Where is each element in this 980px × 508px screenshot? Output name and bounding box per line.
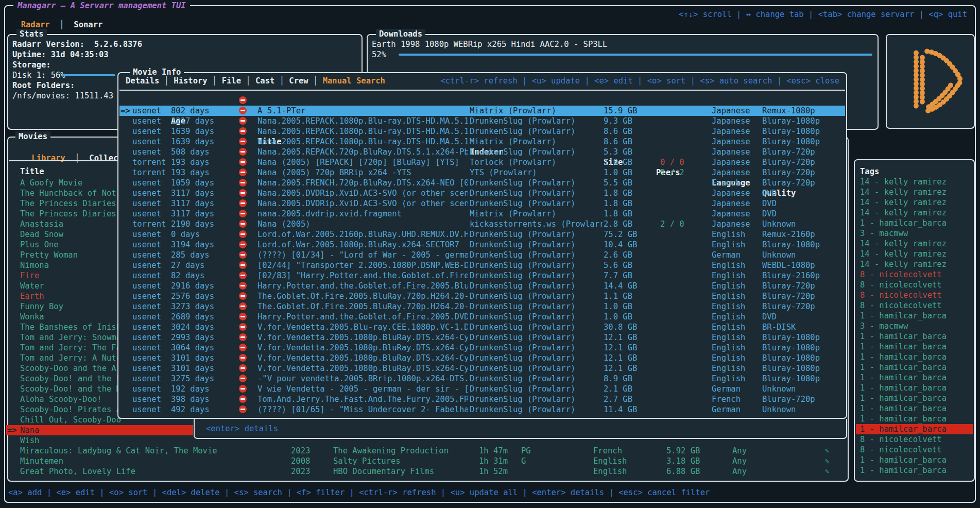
tag-label: 3 - macmww [860, 228, 908, 239]
search-result-row[interactable]: usenet3275 days-"V pour vendetta.2005.BR… [118, 374, 846, 384]
cell-source: usenet [132, 301, 161, 312]
modal-tab-manual-search[interactable]: Manual Search [323, 76, 385, 86]
movie-list-item[interactable]: Miraculous: Ladybug & Cat Noir, The Movi… [8, 446, 848, 456]
movies-tab-library[interactable]: Library [31, 154, 65, 163]
search-result-row[interactable]: usenet2576 daysThe.Goblet.Of.Fire.2005.B… [118, 291, 846, 301]
tag-list-item[interactable]: 14 - kelly ramirez [855, 187, 974, 197]
tag-list-item[interactable]: 14 - kelly ramirez [855, 239, 974, 249]
tag-list-item[interactable]: 1 - hamilcar_barca [855, 362, 974, 372]
tag-list-item[interactable]: 14 - kelly ramirez [855, 197, 974, 208]
movie-studio: The Awakening Production [333, 446, 449, 456]
cell-source: usenet [132, 188, 161, 198]
tag-label: 1 - hamilcar_barca [860, 311, 947, 321]
movies-column-header[interactable]: Title [20, 166, 44, 177]
search-result-row[interactable]: usenet82 days[02/83] "Harry.Potter.and.t… [118, 270, 846, 281]
cell-size: 7.7 GB [604, 270, 632, 281]
tag-list-item[interactable]: 1 - hamilcar_barca [855, 403, 974, 414]
tag-label: 1 - hamilcar_barca [860, 424, 947, 434]
tag-list-item[interactable]: 3 - macmww [855, 321, 974, 331]
tab-sonarr[interactable]: Sonarr [74, 20, 102, 29]
tag-list-item[interactable]: 8 - nicolecolvett [855, 280, 974, 290]
search-result-row[interactable]: torrent193 daysNana (2005) [REPACK] [720… [118, 157, 846, 167]
tag-list-item[interactable]: 14 - kelly ramirez [855, 249, 974, 259]
tag-list-item[interactable]: 1 - hamilcar_barca [855, 393, 974, 403]
search-result-row[interactable]: usenet1059 daysNana.2005.FRENCH.720p.Blu… [118, 178, 846, 188]
cell-age: 3064 days [171, 343, 214, 353]
modal-tab-cast[interactable]: Cast [255, 76, 274, 86]
tag-list-item[interactable]: 1 - hamilcar_barca [855, 342, 974, 352]
search-result-row[interactable]: usenet0 daysLord.of.War.2005.2160p.BluRa… [118, 229, 846, 240]
search-result-row[interactable]: usenet285 days(????) [01/34] - "Lord of … [118, 250, 846, 260]
tag-list-item[interactable]: 14 - kelly ramirez [855, 208, 974, 218]
tag-list-item[interactable]: 1 - hamilcar_barca [855, 383, 974, 393]
column-header-rejected-icon[interactable] [239, 96, 247, 104]
search-result-row[interactable]: usenet398 daysTom.And.Jerry.The.Fast.And… [118, 394, 846, 404]
tag-list-item[interactable]: 1 - hamilcar_barca [855, 218, 974, 228]
search-result-row[interactable]: =>usenet802 daysA 5.1-PTerMiatrix (Prowl… [118, 106, 846, 116]
tag-list-item[interactable]: 8 - nicolecolvett [855, 445, 974, 455]
tag-list-item[interactable]: 14 - kelly ramirez [855, 177, 974, 187]
tag-list-item[interactable]: 1 - hamilcar_barca [855, 424, 974, 434]
search-result-row[interactable]: usenet3101 daysV.for.Vendetta.2005.1080p… [118, 353, 846, 363]
tag-list-item[interactable]: 1 - hamilcar_barca [855, 414, 974, 424]
rejected-icon [239, 261, 247, 269]
search-result-row[interactable]: usenet2916 daysHarry.Potter.and.the.Gobl… [118, 281, 846, 291]
search-result-row[interactable]: usenet3194 daysLord.of.War.2005.1080p.Bl… [118, 240, 846, 250]
tag-list-item[interactable]: 1 - hamilcar_barca [855, 311, 974, 321]
tag-list-item[interactable]: 1 - hamilcar_barca [855, 352, 974, 362]
tag-label: 1 - hamilcar_barca [860, 455, 947, 465]
modal-tab-file[interactable]: File [222, 76, 241, 86]
search-result-row[interactable]: usenet3117 daysNana.2005.DVDRip.XviD.AC3… [118, 198, 846, 209]
tag-list-item[interactable]: 8 - nicolecolvett [855, 269, 974, 280]
search-result-row[interactable]: usenet3117 daysNana.2005.DVDRip.XviD.AC3… [118, 188, 846, 198]
cell-age: 193 days [171, 167, 210, 178]
cell-language: Japanese [712, 116, 750, 126]
movie-list-item[interactable]: Minutemen2008Salty Pictures1h 31mGEnglis… [8, 456, 848, 466]
tag-list-item[interactable]: 1 - hamilcar_barca [855, 465, 974, 476]
movie-title: Scooby-Doo and the Al [20, 363, 121, 374]
cell-source: usenet [132, 240, 161, 250]
rejected-icon [239, 385, 247, 393]
search-result-row[interactable]: usenet1639 daysNana.2005.REPACK.1080p.Bl… [118, 126, 846, 137]
search-result-row[interactable]: usenet1217 daysNana.2005.REPACK.1080p.Bl… [118, 116, 846, 126]
search-result-row[interactable]: torrent2190 daysNana (2005)kickasstorren… [118, 219, 846, 229]
search-result-row[interactable]: usenet3064 daysV.for.Vendetta.2005.1080p… [118, 343, 846, 353]
modal-tab-details[interactable]: Details [126, 76, 159, 86]
tag-list-item[interactable]: 8 - nicolecolvett [855, 434, 974, 445]
tag-list-item[interactable]: 1 - hamilcar_barca [855, 372, 974, 383]
tab-radarr[interactable]: Radarr [21, 20, 50, 29]
search-result-row[interactable]: usenet492 days(????) [01/65] - "Miss Und… [118, 404, 846, 415]
cell-quality: Bluray-720p [762, 147, 815, 157]
movie-list-item[interactable]: Great Photo, Lovely Life2023HBO Document… [8, 466, 848, 477]
cell-peers: 2 / 0 [660, 219, 684, 229]
search-result-row[interactable]: usenet27 days[02/44] "Transporter 2.2005… [118, 260, 846, 270]
search-result-row[interactable]: usenet3273 daysThe.Goblet.Of.Fire.2005.B… [118, 301, 846, 312]
tag-list-item[interactable]: 8 - nicolecolvett [855, 290, 974, 300]
tag-list-item[interactable]: 1 - hamilcar_barca [855, 455, 974, 465]
search-result-row[interactable]: usenet2689 daysHarry.Potter.and.the.Gobl… [118, 312, 846, 322]
tag-list-item[interactable]: 1 - hamilcar_barca [855, 331, 974, 342]
tag-list-item[interactable]: 8 - nicolecolvett [855, 300, 974, 311]
search-result-row[interactable]: usenet3024 daysV.for.Vendetta.2005.Blu-r… [118, 322, 846, 332]
tag-label: 1 - hamilcar_barca [860, 352, 947, 362]
search-result-row[interactable]: torrent193 daysNana (2005) 720p BRRip x2… [118, 167, 846, 178]
search-result-row[interactable]: usenet1639 daysNana.2005.REPACK.1080p.Bl… [118, 137, 846, 147]
tag-list-item[interactable]: 3 - macmww [855, 228, 974, 239]
cell-source: usenet [132, 322, 161, 332]
cell-quality: Bluray-720p [762, 394, 815, 404]
modal-tab-history[interactable]: History [174, 76, 207, 86]
cell-size: 2.1 GB [604, 384, 632, 394]
search-result-row[interactable]: usenet2993 daysV.for.Vendetta.2005.1080p… [118, 332, 846, 343]
tag-label: 3 - macmww [860, 321, 908, 331]
tag-list-item[interactable]: 14 - kelly ramirez [855, 259, 974, 269]
cell-release-title: Nana.2005.REPACK.1080p.Blu-ray.DTS-HD.MA… [257, 116, 468, 126]
modal-tab-crew[interactable]: Crew [289, 76, 308, 86]
search-result-row[interactable]: usenet3101 daysV.for.Vendetta.2005.1080p… [118, 363, 846, 374]
search-result-row[interactable]: usenet192 daysV wie Vendetta - 2005 - ge… [118, 384, 846, 394]
cell-release-title: The.Goblet.Of.Fire.2005.BluRay.720p.H264… [257, 291, 468, 301]
stats-disk-usage: Disk 1: 56% [12, 70, 65, 80]
search-result-row[interactable]: usenet508 daysNana.2005.REPACK.720p.BluR… [118, 147, 846, 157]
search-result-row[interactable]: usenet3117 daysnana.2005.dvdrip.xvid.fra… [118, 209, 846, 219]
movie-title: A Goofy Movie [20, 178, 82, 188]
cell-size: 2.8 GB [604, 219, 632, 229]
